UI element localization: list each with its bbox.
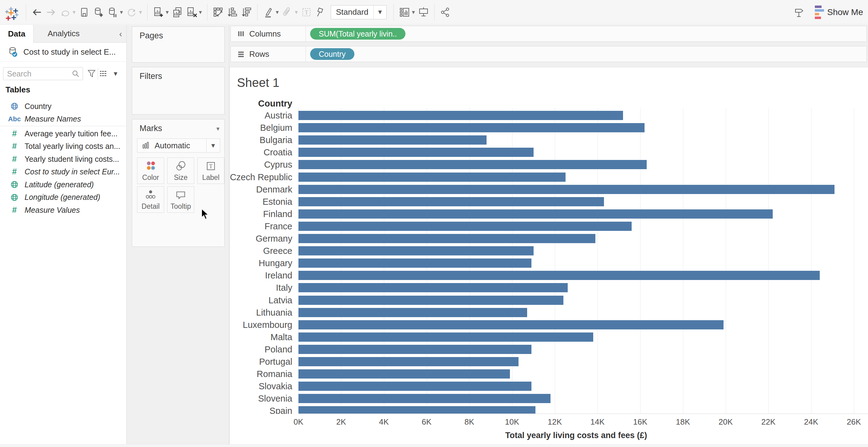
new-data-source-button[interactable] [91, 4, 105, 20]
tab-data[interactable]: Data [0, 25, 33, 43]
tooltip-button[interactable]: Tooltip [167, 186, 194, 213]
field-item[interactable]: Latitude (generated) [0, 178, 126, 191]
detail-button[interactable]: Detail [137, 186, 164, 213]
sort-descending-button[interactable] [240, 4, 254, 20]
bar-ireland[interactable] [299, 271, 820, 280]
row-label[interactable]: Ireland [229, 270, 292, 281]
view-options-dropdown[interactable]: ▼ [110, 68, 121, 79]
run-auto-updates-button[interactable] [124, 4, 138, 20]
bar-hungary[interactable] [299, 259, 531, 268]
undo-button[interactable] [30, 4, 44, 20]
row-label[interactable]: Luxembourg [229, 319, 292, 330]
bar-latvia[interactable] [299, 296, 563, 305]
row-label[interactable]: Malta [229, 332, 292, 342]
bar-estonia[interactable] [299, 197, 604, 206]
group-members-dropdown[interactable]: ▾ [293, 9, 299, 16]
tab-analytics[interactable]: Analytics [33, 25, 126, 43]
marks-collapse-icon[interactable]: ▾ [216, 125, 219, 132]
row-label[interactable]: Austria [229, 110, 292, 121]
row-label[interactable]: France [229, 221, 292, 232]
bar-slovenia[interactable] [299, 394, 551, 403]
bar-denmark[interactable] [299, 185, 835, 194]
field-item[interactable]: Longitude (generated) [0, 191, 126, 204]
row-label[interactable]: Italy [229, 282, 292, 293]
bar-austria[interactable] [299, 111, 623, 120]
row-label[interactable]: Slovakia [229, 381, 292, 391]
bar-belgium[interactable] [299, 123, 645, 132]
bar-bulgaria[interactable] [299, 135, 487, 145]
clear-sheet-dropdown[interactable]: ▾ [197, 9, 204, 16]
row-label[interactable]: Romania [229, 369, 292, 379]
bar-france[interactable] [299, 222, 632, 231]
pause-auto-updates-dropdown[interactable]: ▾ [118, 9, 124, 16]
row-label[interactable]: Croatia [229, 147, 292, 158]
row-label[interactable]: Poland [229, 344, 292, 354]
tooltip-flag-button[interactable] [792, 4, 806, 20]
bar-lithuania[interactable] [299, 308, 527, 317]
field-item[interactable]: #Average yearly tuition fee... [0, 127, 126, 140]
bar-malta[interactable] [299, 333, 593, 342]
data-source-row[interactable]: Cost to study in select E... [0, 43, 126, 62]
bar-poland[interactable] [299, 345, 531, 354]
row-label[interactable]: Bulgaria [229, 135, 292, 145]
save-button[interactable] [77, 4, 91, 20]
group-members-button[interactable] [280, 4, 294, 20]
row-label[interactable]: Portugal [229, 356, 292, 367]
show-mark-labels-button[interactable]: T [299, 4, 313, 20]
row-label[interactable]: Slovenia [229, 393, 292, 404]
color-button[interactable]: Color [137, 158, 164, 184]
row-label[interactable]: Czech Republic [229, 172, 292, 182]
row-label[interactable]: Finland [229, 209, 292, 219]
clear-sheet-button[interactable] [184, 4, 198, 20]
bar-germany[interactable] [299, 234, 595, 243]
field-item[interactable]: AbcMeasure Names [0, 113, 126, 126]
label-button[interactable]: T Label [197, 158, 224, 184]
bar-spain[interactable] [299, 406, 535, 414]
size-button[interactable]: Size [167, 158, 194, 184]
fix-axes-button[interactable] [313, 4, 328, 20]
highlight-button[interactable] [261, 4, 275, 20]
show-hide-cards-button[interactable] [397, 4, 411, 20]
replay-button[interactable] [58, 4, 72, 20]
field-item[interactable]: #Cost to study in select Eur... [0, 166, 126, 178]
field-item[interactable]: Country [0, 100, 126, 113]
bar-finland[interactable] [299, 209, 773, 218]
highlight-dropdown[interactable]: ▾ [274, 9, 280, 16]
bar-luxembourg[interactable] [299, 320, 723, 330]
filter-fields-icon[interactable] [86, 68, 97, 79]
duplicate-sheet-button[interactable] [170, 4, 184, 20]
show-hide-cards-dropdown[interactable]: ▾ [410, 9, 416, 16]
presentation-mode-button[interactable] [416, 4, 431, 20]
pause-auto-updates-button[interactable] [105, 4, 120, 20]
rows-shelf[interactable]: Rows Country [230, 46, 867, 62]
new-worksheet-button[interactable] [151, 4, 165, 20]
marks-card[interactable]: Marks ▾ Automatic ▼ Color Size T Label [132, 119, 225, 247]
redo-button[interactable] [44, 4, 58, 20]
row-label[interactable]: Latvia [229, 295, 292, 306]
row-label[interactable]: Hungary [229, 258, 292, 268]
chevron-down-icon[interactable]: ▼ [373, 5, 386, 19]
bar-italy[interactable] [299, 283, 568, 292]
bar-croatia[interactable] [299, 148, 534, 157]
run-auto-updates-dropdown[interactable]: ▾ [137, 9, 144, 16]
search-box[interactable] [3, 67, 83, 80]
bar-greece[interactable] [299, 246, 534, 255]
new-worksheet-dropdown[interactable]: ▾ [164, 9, 170, 16]
tableau-logo[interactable]: + + + + + + + [4, 4, 20, 20]
row-label[interactable]: Greece [229, 246, 292, 256]
sort-ascending-button[interactable] [225, 4, 240, 20]
row-label[interactable]: Belgium [229, 123, 292, 133]
rows-pill[interactable]: Country [310, 48, 354, 60]
mark-type-dropdown[interactable]: Automatic ▼ [137, 138, 220, 152]
x-axis-title[interactable]: Total yearly living costs and fees (£) [299, 431, 854, 440]
bar-cyprus[interactable] [299, 160, 647, 169]
collapse-pane-icon[interactable]: ‹ [119, 29, 122, 39]
row-label[interactable]: Cyprus [229, 159, 292, 170]
swap-rows-columns-button[interactable] [211, 4, 225, 20]
filters-shelf[interactable]: Filters [132, 67, 225, 114]
pages-shelf[interactable]: Pages [132, 26, 225, 63]
show-me-button[interactable]: Show Me [815, 5, 863, 19]
view-size-combo[interactable]: Standard ▼ [331, 5, 387, 19]
row-label[interactable]: Denmark [229, 184, 292, 195]
search-input[interactable] [3, 69, 71, 78]
